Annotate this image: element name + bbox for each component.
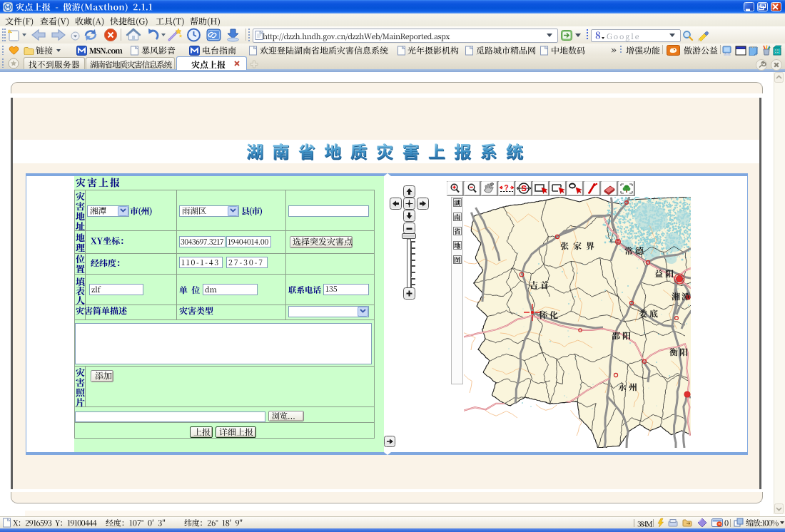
svg-text:S: S bbox=[522, 184, 527, 193]
svg-text:?: ? bbox=[505, 184, 509, 192]
